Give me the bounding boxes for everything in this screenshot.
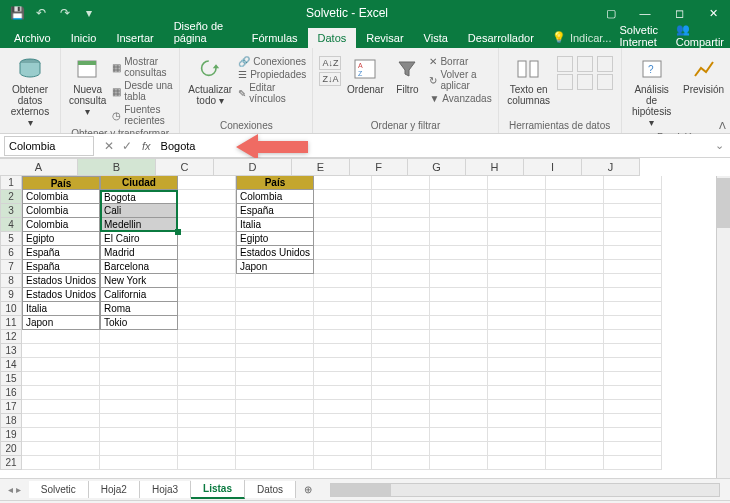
- cell-I15[interactable]: [546, 372, 604, 386]
- cell-I8[interactable]: [546, 274, 604, 288]
- tab-formulas[interactable]: Fórmulas: [242, 28, 308, 48]
- cell-E4[interactable]: [314, 218, 372, 232]
- tab-file[interactable]: Archivo: [4, 28, 61, 48]
- row-header[interactable]: 20: [0, 442, 22, 456]
- cell-B18[interactable]: [100, 414, 178, 428]
- cell-A6[interactable]: España: [22, 246, 100, 260]
- cell-D18[interactable]: [236, 414, 314, 428]
- cell-J21[interactable]: [604, 456, 662, 470]
- cell-E11[interactable]: [314, 316, 372, 330]
- cell-C17[interactable]: [178, 400, 236, 414]
- cell-A16[interactable]: [22, 386, 100, 400]
- tab-inicio[interactable]: Inicio: [61, 28, 107, 48]
- cell-H9[interactable]: [488, 288, 546, 302]
- cell-D9[interactable]: [236, 288, 314, 302]
- cell-F9[interactable]: [372, 288, 430, 302]
- row-header[interactable]: 13: [0, 344, 22, 358]
- cell-A13[interactable]: [22, 344, 100, 358]
- collapse-ribbon-icon[interactable]: ᐱ: [719, 120, 726, 131]
- expand-formula-icon[interactable]: ⌄: [709, 139, 730, 152]
- cell-J9[interactable]: [604, 288, 662, 302]
- cell-H5[interactable]: [488, 232, 546, 246]
- cell-I13[interactable]: [546, 344, 604, 358]
- row-header[interactable]: 14: [0, 358, 22, 372]
- cell-F21[interactable]: [372, 456, 430, 470]
- cell-B13[interactable]: [100, 344, 178, 358]
- cell-B5[interactable]: El Cairo: [100, 232, 178, 246]
- cell-G8[interactable]: [430, 274, 488, 288]
- cell-F17[interactable]: [372, 400, 430, 414]
- cell-H7[interactable]: [488, 260, 546, 274]
- cell-F10[interactable]: [372, 302, 430, 316]
- col-header-B[interactable]: B: [78, 158, 156, 176]
- cell-C16[interactable]: [178, 386, 236, 400]
- cell-D6[interactable]: Estados Unidos: [236, 246, 314, 260]
- cell-grid[interactable]: PaísColombiaColombiaColombiaEgiptoEspaña…: [22, 176, 716, 478]
- cell-H20[interactable]: [488, 442, 546, 456]
- cell-E8[interactable]: [314, 274, 372, 288]
- cell-C6[interactable]: [178, 246, 236, 260]
- tab-vista[interactable]: Vista: [414, 28, 458, 48]
- cell-I3[interactable]: [546, 204, 604, 218]
- cell-I6[interactable]: [546, 246, 604, 260]
- forecast-button[interactable]: Previsión: [680, 52, 728, 97]
- cell-G20[interactable]: [430, 442, 488, 456]
- cell-H15[interactable]: [488, 372, 546, 386]
- cell-B12[interactable]: [100, 330, 178, 344]
- cell-B17[interactable]: [100, 400, 178, 414]
- cell-H8[interactable]: [488, 274, 546, 288]
- cell-I5[interactable]: [546, 232, 604, 246]
- cell-G13[interactable]: [430, 344, 488, 358]
- cell-B7[interactable]: Barcelona: [100, 260, 178, 274]
- tab-diseno[interactable]: Diseño de página: [164, 16, 242, 48]
- get-external-data-button[interactable]: Obtener datos externos ▾: [6, 52, 54, 130]
- sheet-tab[interactable]: Hoja3: [140, 481, 191, 498]
- row-header[interactable]: 2: [0, 190, 22, 204]
- cell-E1[interactable]: [314, 176, 372, 190]
- consolidate-icon[interactable]: [557, 74, 573, 90]
- sheet-tab[interactable]: Datos: [245, 481, 296, 498]
- cell-E20[interactable]: [314, 442, 372, 456]
- cell-J4[interactable]: [604, 218, 662, 232]
- cell-C4[interactable]: [178, 218, 236, 232]
- cell-F15[interactable]: [372, 372, 430, 386]
- cell-I12[interactable]: [546, 330, 604, 344]
- cell-J19[interactable]: [604, 428, 662, 442]
- cell-B3[interactable]: Cali: [100, 204, 178, 218]
- cell-C11[interactable]: [178, 316, 236, 330]
- cell-D11[interactable]: [236, 316, 314, 330]
- vertical-scrollbar[interactable]: [716, 176, 730, 478]
- refresh-all-button[interactable]: Actualizar todo ▾: [186, 52, 234, 108]
- cell-J7[interactable]: [604, 260, 662, 274]
- cancel-formula-icon[interactable]: ✕: [104, 139, 114, 153]
- cell-E7[interactable]: [314, 260, 372, 274]
- redo-icon[interactable]: ↷: [54, 3, 76, 23]
- cell-E15[interactable]: [314, 372, 372, 386]
- cell-A8[interactable]: Estados Unidos: [22, 274, 100, 288]
- cell-C2[interactable]: [178, 190, 236, 204]
- cell-D1[interactable]: País: [236, 176, 314, 190]
- cell-I11[interactable]: [546, 316, 604, 330]
- cell-F5[interactable]: [372, 232, 430, 246]
- cell-D12[interactable]: [236, 330, 314, 344]
- advanced-filter[interactable]: ▼ Avanzadas: [429, 93, 491, 104]
- cell-G18[interactable]: [430, 414, 488, 428]
- qat-customize-icon[interactable]: ▾: [78, 3, 100, 23]
- cell-G19[interactable]: [430, 428, 488, 442]
- cell-E10[interactable]: [314, 302, 372, 316]
- cell-F1[interactable]: [372, 176, 430, 190]
- cell-J2[interactable]: [604, 190, 662, 204]
- flash-fill-icon[interactable]: [557, 56, 573, 72]
- col-header-C[interactable]: C: [156, 158, 214, 176]
- cell-D17[interactable]: [236, 400, 314, 414]
- cell-D8[interactable]: [236, 274, 314, 288]
- save-icon[interactable]: 💾: [6, 3, 28, 23]
- cell-A4[interactable]: Colombia: [22, 218, 100, 232]
- cell-A5[interactable]: Egipto: [22, 232, 100, 246]
- cell-F8[interactable]: [372, 274, 430, 288]
- col-header-I[interactable]: I: [524, 158, 582, 176]
- cell-A14[interactable]: [22, 358, 100, 372]
- row-header[interactable]: 10: [0, 302, 22, 316]
- cell-G14[interactable]: [430, 358, 488, 372]
- cell-E14[interactable]: [314, 358, 372, 372]
